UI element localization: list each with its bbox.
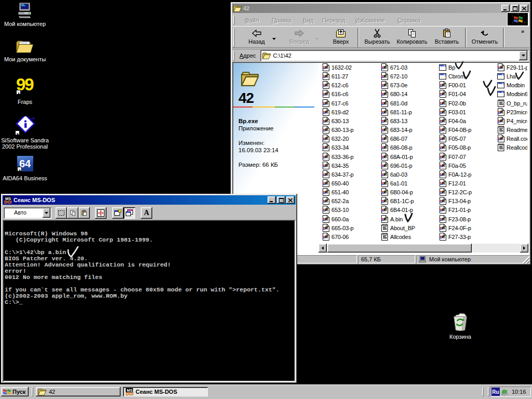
svg-text:DOS: DOS <box>4 200 12 204</box>
svg-text:DOS: DOS <box>126 391 134 396</box>
svg-text:TM: TM <box>31 117 35 120</box>
